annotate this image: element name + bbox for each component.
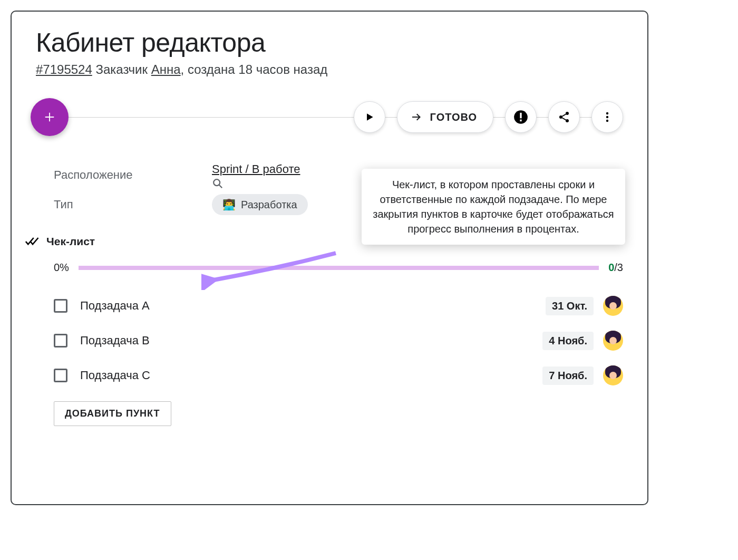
progress-bar: [79, 266, 599, 270]
checklist-item-label[interactable]: Подзадача B: [80, 334, 542, 347]
search-icon[interactable]: [212, 178, 305, 189]
type-emoji: 👨‍💻: [222, 198, 236, 211]
due-date[interactable]: 31 Окт.: [546, 297, 594, 315]
checkbox[interactable]: [54, 334, 67, 347]
progress-percent: 0%: [54, 262, 69, 274]
svg-point-3: [566, 112, 569, 115]
type-chip[interactable]: 👨‍💻 Разработка: [212, 194, 308, 215]
svg-point-6: [606, 112, 608, 114]
progress-row: 0% 0/3: [36, 262, 623, 274]
progress-count: 0/3: [608, 262, 623, 274]
created-text: , создана 18 часов назад: [181, 62, 328, 76]
progress-done: 0: [608, 262, 614, 273]
arrow-right-icon: [410, 111, 423, 123]
toolbar: ГОТОВО: [36, 98, 623, 136]
double-check-icon: [25, 236, 40, 247]
share-button[interactable]: [548, 101, 580, 133]
checklist-item-label[interactable]: Подзадача C: [80, 369, 542, 382]
task-card: Кабинет редактора #7195524 Заказчик Анна…: [11, 11, 648, 505]
more-vert-icon: [601, 111, 614, 123]
svg-point-8: [606, 120, 608, 122]
page-title: Кабинет редактора: [36, 27, 623, 58]
svg-line-10: [219, 185, 222, 188]
done-label: ГОТОВО: [430, 111, 477, 123]
checklist-title: Чек-лист: [46, 235, 95, 248]
due-date[interactable]: 7 Нояб.: [542, 366, 594, 385]
plus-icon: [44, 111, 55, 123]
client-label: Заказчик: [95, 62, 148, 76]
play-button[interactable]: [354, 101, 385, 133]
annotation-callout: Чек-лист, в котором проставлены сроки и …: [362, 169, 625, 245]
add-fab[interactable]: [31, 98, 69, 136]
more-button[interactable]: [591, 101, 623, 133]
svg-point-9: [213, 179, 220, 186]
checklist-item: Подзадача A 31 Окт.: [36, 288, 623, 323]
checkbox[interactable]: [54, 299, 67, 313]
assignee-avatar[interactable]: [603, 365, 623, 385]
subtitle: #7195524 Заказчик Анна, создана 18 часов…: [36, 62, 623, 77]
type-text: Разработка: [241, 199, 297, 211]
checkbox[interactable]: [54, 369, 67, 382]
svg-point-4: [559, 115, 562, 119]
due-date[interactable]: 4 Нояб.: [542, 332, 594, 350]
svg-rect-2: [520, 120, 521, 122]
location-label: Расположение: [54, 168, 212, 182]
alert-button[interactable]: [505, 101, 537, 133]
ticket-link[interactable]: #7195524: [36, 62, 92, 76]
assignee-avatar[interactable]: [603, 331, 623, 351]
client-link[interactable]: Анна: [151, 62, 181, 76]
checklist-item: Подзадача B 4 Нояб.: [36, 323, 623, 358]
share-icon: [558, 111, 570, 123]
alert-icon: [513, 110, 528, 124]
checklist-item-label[interactable]: Подзадача A: [80, 299, 546, 313]
assignee-avatar[interactable]: [603, 296, 623, 316]
type-label: Тип: [54, 198, 212, 211]
location-value[interactable]: Sprint / В работе: [212, 162, 300, 176]
checklist-item: Подзадача C 7 Нояб.: [36, 358, 623, 393]
done-button[interactable]: ГОТОВО: [397, 101, 493, 133]
play-icon: [364, 112, 375, 122]
svg-point-5: [566, 119, 569, 122]
progress-total: /3: [614, 262, 623, 273]
add-checklist-item-button[interactable]: ДОБАВИТЬ ПУНКТ: [54, 401, 171, 426]
svg-point-7: [606, 116, 608, 118]
svg-rect-1: [520, 113, 521, 119]
